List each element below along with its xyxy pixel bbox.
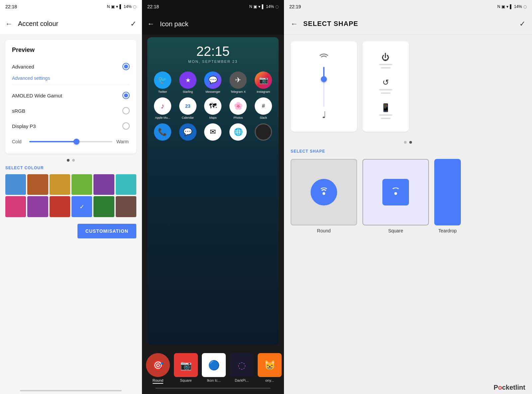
- phone-date: MON, SEPTEMBER 23: [151, 60, 275, 64]
- app-slack[interactable]: # Slack: [252, 97, 275, 119]
- vertical-slider-thumb[interactable]: [321, 76, 327, 82]
- amoled-radio[interactable]: [122, 92, 130, 99]
- color-orange[interactable]: [50, 174, 70, 195]
- signal-icon-p2: ▌: [262, 4, 265, 9]
- back-button-p3[interactable]: ←: [291, 20, 298, 28]
- color-green-dark[interactable]: [93, 196, 114, 217]
- dot-p3-1: [404, 141, 407, 144]
- check-button-p1[interactable]: ✓: [130, 20, 136, 28]
- slider-thumb[interactable]: [73, 139, 79, 145]
- app-maps[interactable]: 🗺 Maps: [202, 97, 224, 119]
- pack-round-label: Round: [153, 378, 163, 384]
- icon-pack-bottom: 🎯 Round 📷 Square 🔵 Ikon Ic... ◌: [142, 348, 284, 394]
- square-box[interactable]: [362, 159, 429, 225]
- phone-line1: [379, 114, 392, 116]
- check-button-p3[interactable]: ✓: [519, 20, 525, 28]
- app-starling[interactable]: ★ Starling: [177, 71, 199, 93]
- color-blue-selected[interactable]: ✓: [71, 196, 92, 217]
- signal-icon-p3: ▌: [510, 4, 513, 9]
- app-applemusic[interactable]: ♪ Apple Mu...: [151, 97, 174, 119]
- displayp3-option[interactable]: Display P3: [12, 118, 130, 134]
- phone-line2: [381, 118, 391, 119]
- svg-point-0: [323, 192, 325, 195]
- app-photos[interactable]: 🌸 Photos: [227, 97, 249, 119]
- refresh-line1: [379, 89, 392, 90]
- round-box[interactable]: [291, 159, 357, 225]
- srgb-option[interactable]: sRGB: [12, 103, 130, 118]
- displayp3-radio[interactable]: [122, 122, 130, 130]
- color-teal[interactable]: [116, 174, 136, 195]
- pocketlint-logo: Pocketlint: [493, 384, 525, 391]
- color-pink[interactable]: [5, 196, 26, 217]
- pack-round[interactable]: 🎯 Round: [145, 353, 171, 384]
- battery-icon: ◌: [133, 4, 136, 9]
- nfc-icon: N: [107, 4, 110, 9]
- power-line2: [381, 67, 391, 68]
- color-blue[interactable]: [5, 174, 26, 195]
- app-instagram[interactable]: 📷 Instagram: [252, 71, 275, 93]
- lte-icon-p3: ▣: [501, 4, 505, 9]
- app-twitter[interactable]: 🐦 Twitter: [151, 71, 174, 93]
- instagram-icon: 📷: [255, 71, 272, 89]
- photos-label: Photos: [233, 116, 243, 119]
- color-green-light[interactable]: [71, 174, 92, 195]
- dark-icon: [255, 123, 272, 141]
- app-dark[interactable]: [252, 123, 275, 141]
- shape-square-card[interactable]: Square: [362, 159, 429, 233]
- pack-square[interactable]: 📷 Square: [173, 353, 199, 384]
- customisation-button[interactable]: CUSTOMISATION: [77, 224, 136, 238]
- back-button-p1[interactable]: ←: [5, 20, 13, 28]
- topbar-p1: ← Accent colour ✓: [0, 13, 142, 35]
- app-calendar[interactable]: 23 Calendar: [177, 97, 199, 119]
- vertical-slider-track[interactable]: [323, 67, 325, 107]
- pack-darkpi-icon: ◌: [230, 353, 254, 377]
- panel-accent-colour: 22:18 N ▣ ▾ ▌ 14% ◌ ← Accent colour ✓ Pr…: [0, 0, 142, 394]
- wifi-top-icon: [318, 53, 330, 64]
- pack-square-icon: 📷: [174, 353, 198, 377]
- slider-fill: [29, 141, 75, 142]
- pack-ony-label: ony...: [265, 378, 274, 382]
- time-p2: 22:18: [147, 4, 159, 9]
- app-msg2[interactable]: 💬: [177, 123, 199, 141]
- color-grid: ✓: [5, 174, 136, 217]
- maps-label: Maps: [209, 116, 216, 119]
- color-red[interactable]: [50, 196, 70, 217]
- teardrop-box[interactable]: [434, 159, 461, 225]
- calendar-label: Calendar: [182, 116, 194, 119]
- advanced-option[interactable]: Advanced: [12, 59, 130, 74]
- pack-ikon[interactable]: 🔵 Ikon Ic...: [200, 353, 227, 384]
- app-grid-row3: 📞 💬 ✉ 🌐: [151, 123, 275, 141]
- app-chrome[interactable]: 🌐: [227, 123, 249, 141]
- advanced-radio[interactable]: [122, 63, 130, 70]
- pack-ony[interactable]: 😸 ony...: [256, 353, 283, 384]
- panel3-content: ♩ ⏻ ↺ 📱: [284, 35, 532, 381]
- color-brown2[interactable]: [116, 196, 136, 217]
- refresh-icon: ↺: [379, 78, 392, 87]
- back-button-p2[interactable]: ←: [147, 20, 155, 28]
- color-brown[interactable]: [27, 174, 48, 195]
- srgb-radio[interactable]: [122, 107, 130, 114]
- maps-icon: 🗺: [204, 97, 221, 115]
- amoled-label: AMOLED Wide Gamut: [12, 93, 62, 98]
- music-bottom-icon: ♩: [322, 109, 326, 120]
- shape-teardrop-card[interactable]: Teardrop: [434, 159, 461, 233]
- divider1: [12, 85, 130, 85]
- app-messenger[interactable]: 💬 Messenger: [202, 71, 224, 93]
- amoled-option[interactable]: AMOLED Wide Gamut: [12, 88, 130, 103]
- pack-darkpi[interactable]: ◌ DarkPi...: [228, 353, 255, 384]
- temp-slider[interactable]: [29, 141, 112, 142]
- color-purple[interactable]: [93, 174, 114, 195]
- phone-icon: 📞: [154, 123, 171, 141]
- advanced-settings-link[interactable]: Advanced settings: [12, 75, 130, 81]
- shape-round-card[interactable]: Round: [291, 159, 357, 233]
- power-icon: ⏻: [379, 53, 392, 62]
- app-telegram[interactable]: ✈ Telegram X: [227, 71, 249, 93]
- app-phone[interactable]: 📞: [151, 123, 174, 141]
- panel-icon-pack: 22:18 N ▣ ▾ ▌ 14% ◌ ← Icon pack 22:15 MO…: [142, 0, 284, 394]
- status-icons-p2: N ▣ ▾ ▌ 14% ◌: [249, 4, 279, 9]
- dot-p3-2: [409, 141, 412, 144]
- color-purple2[interactable]: [27, 196, 48, 217]
- preview-card: Preview Advanced Advanced settings AMOLE…: [5, 40, 136, 154]
- app-gmail[interactable]: ✉: [202, 123, 224, 141]
- phone-icon-preview: 📱: [379, 103, 392, 112]
